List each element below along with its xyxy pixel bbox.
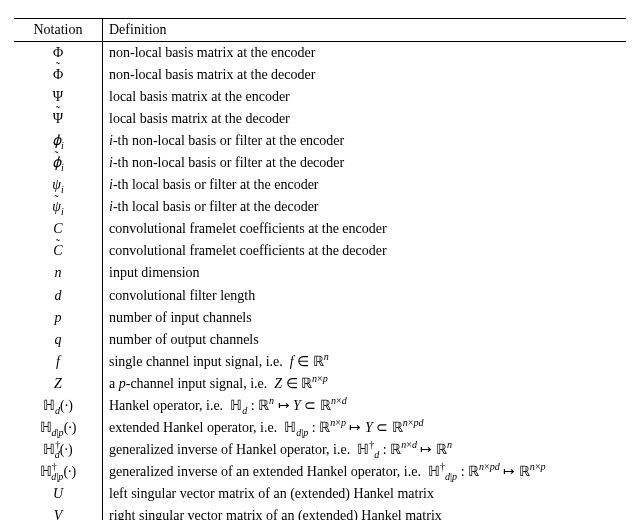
table-row: ℍd|p(·)extended Hankel operator, i.e. ℍd… [14, 417, 626, 439]
definition-cell: Hankel operator, i.e. ℍd : ℝn ↦ Y ⊂ ℝn×d [103, 395, 627, 417]
notation-cell: ˜Ψ [14, 108, 103, 130]
definition-cell: local basis matrix at the encoder [103, 86, 627, 108]
definition-cell: local basis matrix at the decoder [103, 108, 627, 130]
notation-cell: U [14, 484, 103, 506]
table-row: ϕii-th non-local basis or filter at the … [14, 130, 626, 152]
table-row: Cconvolutional framelet coefficients at … [14, 219, 626, 241]
table-row: fsingle channel input signal, i.e. f ∈ ℝ… [14, 351, 626, 373]
definition-cell: number of input channels [103, 307, 627, 329]
table-row: ℍ†d|p(·)generalized inverse of an extend… [14, 462, 626, 484]
definition-cell: i-th non-local basis or filter at the de… [103, 152, 627, 174]
header-notation: Notation [14, 19, 103, 42]
notation-cell: d [14, 285, 103, 307]
definition-cell: i-th local basis or filter at the decode… [103, 197, 627, 219]
definition-cell: left singular vector matrix of an (exten… [103, 484, 627, 506]
header-definition: Definition [103, 19, 627, 42]
table-row: Za p-channel input signal, i.e. Z ∈ ℝn×p [14, 373, 626, 395]
table-row: pnumber of input channels [14, 307, 626, 329]
definition-cell: convolutional framelet coefficients at t… [103, 219, 627, 241]
notation-cell: Z [14, 373, 103, 395]
definition-cell: non-local basis matrix at the decoder [103, 64, 627, 86]
notation-cell: ℍ†d|p(·) [14, 462, 103, 484]
definition-cell: extended Hankel operator, i.e. ℍd|p : ℝn… [103, 417, 627, 439]
definition-cell: single channel input signal, i.e. f ∈ ℝn [103, 351, 627, 373]
notation-cell: n [14, 263, 103, 285]
notation-cell: q [14, 329, 103, 351]
table-row: dconvolutional filter length [14, 285, 626, 307]
definition-cell: convolutional filter length [103, 285, 627, 307]
table-row: Uleft singular vector matrix of an (exte… [14, 484, 626, 506]
definition-cell: convolutional framelet coefficients at t… [103, 241, 627, 263]
table-row: ψii-th local basis or filter at the enco… [14, 175, 626, 197]
table-row: ˜ϕii-th non-local basis or filter at the… [14, 152, 626, 174]
table-row: ninput dimension [14, 263, 626, 285]
notation-cell: ˜C [14, 241, 103, 263]
table-row: ℍ†d(·)generalized inverse of Hankel oper… [14, 439, 626, 461]
table-row: ˜Φnon-local basis matrix at the decoder [14, 64, 626, 86]
notation-cell: ˜ψi [14, 197, 103, 219]
notation-cell: ˜Φ [14, 64, 103, 86]
definition-cell: number of output channels [103, 329, 627, 351]
table-row: Φnon-local basis matrix at the encoder [14, 42, 626, 65]
notation-cell: ℍd(·) [14, 395, 103, 417]
definition-cell: generalized inverse of an extended Hanke… [103, 462, 627, 484]
definition-cell: right singular vector matrix of an (exte… [103, 506, 627, 520]
table-row: ˜ψii-th local basis or filter at the dec… [14, 197, 626, 219]
table-row: ˜Ψlocal basis matrix at the decoder [14, 108, 626, 130]
notation-cell: ℍ†d(·) [14, 439, 103, 461]
table-row: qnumber of output channels [14, 329, 626, 351]
notation-cell: f [14, 351, 103, 373]
definition-cell: generalized inverse of Hankel operator, … [103, 439, 627, 461]
notation-table: Table 1 Notation and definition used thr… [14, 18, 626, 520]
definition-cell: non-local basis matrix at the encoder [103, 42, 627, 65]
notation-cell: ˜ϕi [14, 152, 103, 174]
notation-cell: p [14, 307, 103, 329]
table-header-row: Notation Definition [14, 19, 626, 42]
table-row: Ψlocal basis matrix at the encoder [14, 86, 626, 108]
definition-cell: i-th local basis or filter at the encode… [103, 175, 627, 197]
table-row: ˜Cconvolutional framelet coefficients at… [14, 241, 626, 263]
definition-cell: i-th non-local basis or filter at the en… [103, 130, 627, 152]
table-row: ℍd(·)Hankel operator, i.e. ℍd : ℝn ↦ Y ⊂… [14, 395, 626, 417]
table-row: Vright singular vector matrix of an (ext… [14, 506, 626, 520]
notation-cell: V [14, 506, 103, 520]
notation-cell: ℍd|p(·) [14, 417, 103, 439]
definition-cell: a p-channel input signal, i.e. Z ∈ ℝn×p [103, 373, 627, 395]
definition-cell: input dimension [103, 263, 627, 285]
